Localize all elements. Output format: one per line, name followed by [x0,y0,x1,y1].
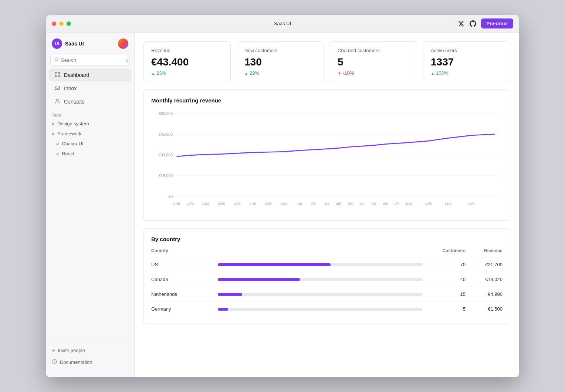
stat-churned: Churned customers 5 -10% [330,41,417,82]
svg-text:14/6: 14/6 [444,202,451,206]
stat-revenue-value: €43.400 [151,56,223,68]
svg-point-0 [55,58,58,61]
search-input[interactable] [61,57,123,63]
main-content: Revenue €43.400 23% New customers 130 29… [135,33,519,377]
docs-label: Documentation [60,359,92,365]
hash-icon: # [52,131,54,136]
stat-active-change: 103% [431,70,503,76]
inbox-icon [55,85,60,92]
country-name: Canada [151,277,218,282]
bar-container [218,278,423,281]
preorder-button[interactable]: Pre-order [481,18,513,28]
bar-container [218,293,423,296]
svg-text:€30,000: €30,000 [159,153,173,157]
svg-rect-3 [58,75,60,77]
up-arrow-icon [431,70,434,76]
customer-count: 5 [429,306,466,312]
svg-text:5/6: 5/6 [348,202,353,206]
stat-revenue-label: Revenue [151,48,223,53]
dashboard-label: Dashboard [64,72,89,78]
stat-new-label: New customers [244,48,316,53]
country-name: Germany [151,306,218,312]
bar-fill [218,278,300,281]
stat-revenue-change: 23% [151,70,223,76]
svg-text:12/6: 12/6 [425,202,432,206]
documentation-item[interactable]: Documentation [46,356,134,368]
svg-text:2/6: 2/6 [311,202,315,206]
svg-text:€0: €0 [168,194,173,199]
close-button[interactable] [52,21,56,26]
sidebar-item-contacts[interactable]: Contacts [49,95,131,108]
tag-label: Design system [57,121,89,126]
tag-label: React [62,151,74,156]
stat-churned-label: Churned customers [338,48,409,53]
titlebar-actions: Pre-order [457,18,513,28]
stat-active: Active users 1337 103% [423,41,510,82]
col-country: Country [151,248,218,253]
stat-new-customers: New customers 130 29% [237,41,324,82]
svg-text:25/5: 25/5 [234,202,240,206]
country-name: Netherlands [151,291,218,297]
table-row: Netherlands 15 €4,990 [151,287,503,302]
svg-text:8/6: 8/6 [383,202,388,206]
revenue-value: €21,700 [466,262,503,267]
titlebar-title: Saas UI [274,21,291,26]
col-revenue: Revenue [466,248,503,253]
search-bar[interactable]: / [50,55,130,65]
search-icon [54,57,59,63]
svg-text:31/5: 31/5 [281,202,287,206]
svg-text:23/5: 23/5 [218,202,225,206]
svg-point-5 [57,99,58,101]
stat-churned-value: 5 [338,56,409,68]
svg-text:9/6: 9/6 [395,202,399,206]
col-spacer [218,248,429,253]
down-arrow-icon [338,70,341,76]
stat-active-value: 1337 [431,56,503,68]
sidebar-item-dashboard[interactable]: Dashboard [49,69,131,81]
svg-text:10/6: 10/6 [405,202,412,206]
tag-framework[interactable]: # Framework [46,129,134,139]
titlebar: Saas UI Pre-order [46,15,519,33]
sidebar-item-inbox[interactable]: Inbox [49,82,131,95]
svg-text:19/5: 19/5 [187,202,193,206]
info-icon [52,359,57,365]
avatar: UI [52,38,62,49]
stats-grid: Revenue €43.400 23% New customers 130 29… [143,41,510,82]
tag-react[interactable]: # React [46,149,134,159]
svg-rect-1 [55,72,57,74]
table-header: Country Customers Revenue [151,248,503,257]
minimize-button[interactable] [59,21,64,26]
revenue-value: €1,500 [466,306,503,312]
traffic-lights [52,21,71,26]
svg-text:27/5: 27/5 [249,202,256,206]
revenue-value: €4,990 [466,291,503,297]
country-card: By country Country Customers Revenue US … [143,228,510,324]
chart-svg: €60,000 €45,000 €30,000 €15,000 €0 17/5 … [151,109,503,213]
svg-text:17/5: 17/5 [173,202,180,206]
stat-new-value: 130 [244,56,316,68]
stat-new-change: 29% [244,70,316,76]
table-row: US 70 €21,700 [151,257,503,272]
tag-design-system[interactable]: # Design system [46,119,134,129]
dashboard-icon [55,72,60,78]
svg-rect-4 [55,75,57,77]
tag-chakra-ui[interactable]: # Chakra UI [46,139,134,149]
hash-icon: # [56,151,59,156]
github-icon[interactable] [469,20,477,27]
bar-container [218,263,423,266]
svg-text:7/6: 7/6 [371,202,376,206]
invite-people-item[interactable]: + Invite people [46,344,134,356]
tag-label: Framework [57,131,81,136]
bar-fill [218,293,242,296]
svg-text:€60,000: €60,000 [159,111,173,116]
stat-revenue: Revenue €43.400 23% [143,41,231,82]
app-body: UI Saas UI / [46,33,519,377]
twitter-icon[interactable] [457,20,465,27]
profile-avatar[interactable] [118,38,128,49]
fullscreen-button[interactable] [67,21,71,26]
customer-count: 70 [429,262,466,267]
svg-text:21/5: 21/5 [203,202,209,206]
customer-count: 40 [429,277,466,282]
customer-count: 15 [429,291,466,297]
chart-title: Monthly recurring revenue [151,97,503,104]
